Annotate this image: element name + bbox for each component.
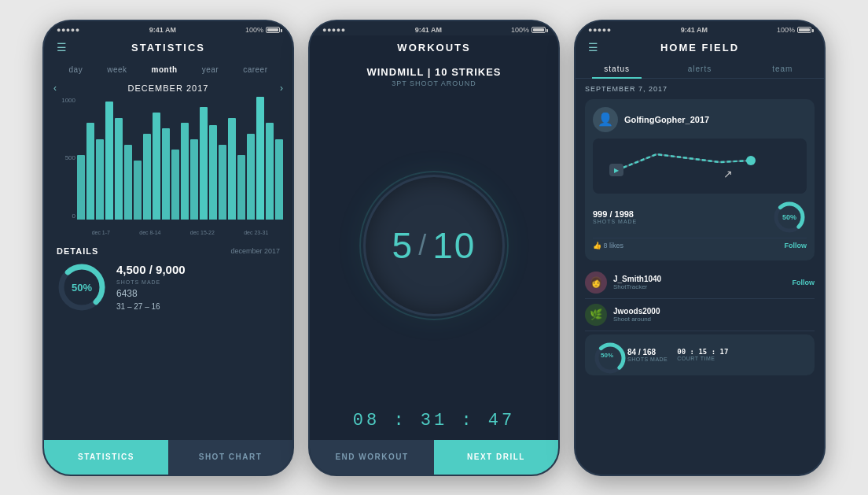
- hf-likes: 👍 8 likes: [593, 242, 623, 249]
- hf-tabs: status alerts team: [576, 60, 824, 79]
- battery-1: 100%: [245, 26, 280, 34]
- hf-mini-time-num: 00 : 15 : 17: [677, 348, 728, 356]
- end-workout-btn[interactable]: END WORKOUT: [310, 440, 434, 475]
- next-arrow[interactable]: ›: [280, 83, 283, 94]
- workouts-header: WORKOUTS: [310, 35, 558, 60]
- x-label-3: dec 15-22: [190, 230, 215, 235]
- details-month: december 2017: [230, 247, 280, 255]
- shots-label: SHOTS MADE: [116, 279, 186, 285]
- signal-dots-2: ●●●●●: [322, 26, 346, 34]
- time-2: 9:41 AM: [415, 26, 442, 34]
- menu-icon-1[interactable]: ☰: [57, 41, 67, 54]
- statistics-phone: ●●●●● 9:41 AM 100% ☰ STATISTICS day week…: [42, 20, 294, 476]
- hf-donut-text: 50%: [782, 213, 796, 221]
- svg-text:▶: ▶: [614, 167, 620, 174]
- x-label-1: dec 1-7: [92, 230, 110, 235]
- hf-follow-1[interactable]: Follow: [785, 242, 807, 249]
- workout-name: WINDMILL | 10 STRIKES: [310, 66, 558, 78]
- tab-career[interactable]: career: [238, 63, 272, 76]
- timer-display: 08 : 31 : 47: [310, 401, 558, 440]
- avatar-2: 👩: [585, 272, 607, 294]
- x-label-4: dec 23-31: [244, 230, 268, 235]
- counter-current: 5: [392, 224, 414, 267]
- workout-bottom-nav: END WORKOUT NEXT DRILL: [310, 440, 558, 475]
- usersub-3: Shoot around: [613, 316, 660, 323]
- chart-period: DECEMBER 2017: [128, 83, 209, 93]
- hf-main-card: 👤 GolfingGopher_2017 ▶: [585, 99, 815, 260]
- y-axis-labels: 1000 500 0: [53, 97, 75, 220]
- status-bar-3: ●●●●● 9:41 AM 100%: [576, 21, 824, 35]
- shots-main: 4,500 / 9,000: [116, 263, 186, 276]
- hf-mini-time: 00 : 15 : 17 COURT TIME: [677, 348, 728, 362]
- x-label-2: dec 8-14: [139, 230, 160, 235]
- hf-user-row: 👤 GolfingGopher_2017: [593, 107, 807, 132]
- hf-tab-status[interactable]: status: [576, 60, 658, 78]
- stats-donut: 50%: [57, 262, 107, 312]
- status-bar-1: ●●●●● 9:41 AM 100%: [44, 21, 292, 35]
- bar-19: [256, 97, 264, 220]
- shot-chart-btn[interactable]: SHOT CHART: [168, 440, 292, 475]
- bar-20: [266, 123, 274, 219]
- bar-2: [96, 139, 104, 220]
- bar-21: [275, 139, 283, 220]
- tab-year[interactable]: year: [197, 63, 223, 76]
- bar-14: [209, 125, 217, 219]
- hf-tab-team[interactable]: team: [741, 60, 824, 78]
- username-2: J_Smith1040: [613, 275, 661, 283]
- shot-path-svg: ▶ ↗: [593, 139, 807, 194]
- next-drill-btn[interactable]: NEXT DRILL: [434, 440, 558, 475]
- usersub-2: ShotTracker: [613, 283, 661, 290]
- bar-6: [134, 161, 142, 220]
- workout-sub: 3PT SHOOT AROUND: [310, 79, 558, 87]
- hf-user-3: 🌿 Jwoods2000 Shoot around: [585, 299, 815, 331]
- hf-user-3-info: Jwoods2000 Shoot around: [613, 307, 660, 323]
- tab-month[interactable]: month: [147, 63, 182, 76]
- hf-user-3-left: 🌿 Jwoods2000 Shoot around: [585, 304, 660, 326]
- bar-5: [124, 145, 132, 220]
- workout-info: WINDMILL | 10 STRIKES 3PT SHOOT AROUND: [310, 60, 558, 91]
- status-bar-2: ●●●●● 9:41 AM 100%: [310, 21, 558, 35]
- stats-text: 4,500 / 9,000 SHOTS MADE 6438 31 – 27 – …: [116, 263, 186, 311]
- bar-12: [190, 139, 198, 220]
- bar-18: [247, 134, 255, 220]
- avatar-1: 👤: [593, 107, 618, 132]
- svg-point-5: [746, 156, 756, 165]
- time-tabs: day week month year career: [44, 60, 292, 79]
- tab-day[interactable]: day: [64, 63, 88, 76]
- username-1: GolfingGopher_2017: [624, 115, 709, 124]
- chart-nav: ‹ DECEMBER 2017 ›: [44, 79, 292, 97]
- home-field-phone: ●●●●● 9:41 AM 100% ☰ HOME FIELD status a…: [574, 20, 826, 476]
- statistics-btn[interactable]: STATISTICS: [44, 440, 168, 475]
- signal-dots-1: ●●●●●: [57, 26, 80, 34]
- time-3: 9:41 AM: [681, 26, 708, 34]
- hf-bottom-donut: 50%: [593, 341, 621, 369]
- counter-text: 5 / 10: [392, 224, 476, 267]
- menu-icon-3[interactable]: ☰: [588, 41, 598, 54]
- battery-3: 100%: [777, 26, 811, 34]
- shot-path-area: ▶ ↗: [593, 139, 807, 194]
- statistics-title: STATISTICS: [131, 42, 205, 54]
- prev-arrow[interactable]: ‹: [53, 83, 57, 94]
- hf-user-2-left: 👩 J_Smith1040 ShotTracker: [585, 272, 661, 294]
- workouts-title: WORKOUTS: [397, 42, 470, 54]
- hf-bottom-stats: 84 / 168 SHOTS MADE 00 : 15 : 17 COURT T…: [627, 348, 807, 362]
- hf-donut-small: 50%: [772, 200, 807, 235]
- hf-follow-2[interactable]: Follow: [793, 279, 815, 286]
- workouts-phone: ●●●●● 9:41 AM 100% WORKOUTS WINDMILL | 1…: [308, 20, 560, 476]
- counter-ring: 5 / 10: [363, 175, 505, 316]
- hf-shots-num: 999 / 1998: [593, 209, 764, 219]
- hf-mini-time-label: COURT TIME: [677, 356, 728, 361]
- statistics-header: ☰ STATISTICS: [44, 35, 292, 60]
- hf-mini-shots: 84 / 168 SHOTS MADE: [627, 348, 668, 362]
- hf-shots-label: SHOTS MADE: [593, 219, 764, 224]
- bar-15: [219, 145, 226, 220]
- tab-week[interactable]: week: [102, 63, 131, 76]
- bar-16: [228, 118, 236, 220]
- hf-tab-alerts[interactable]: alerts: [658, 60, 741, 78]
- home-field-header: ☰ HOME FIELD: [576, 35, 824, 60]
- bar-9: [162, 128, 170, 219]
- hf-shots-made: 999 / 1998 SHOTS MADE: [593, 209, 764, 224]
- username-3: Jwoods2000: [613, 307, 660, 316]
- hf-date: SEPTEMBER 7, 2017: [585, 85, 815, 93]
- bar-13: [200, 107, 208, 219]
